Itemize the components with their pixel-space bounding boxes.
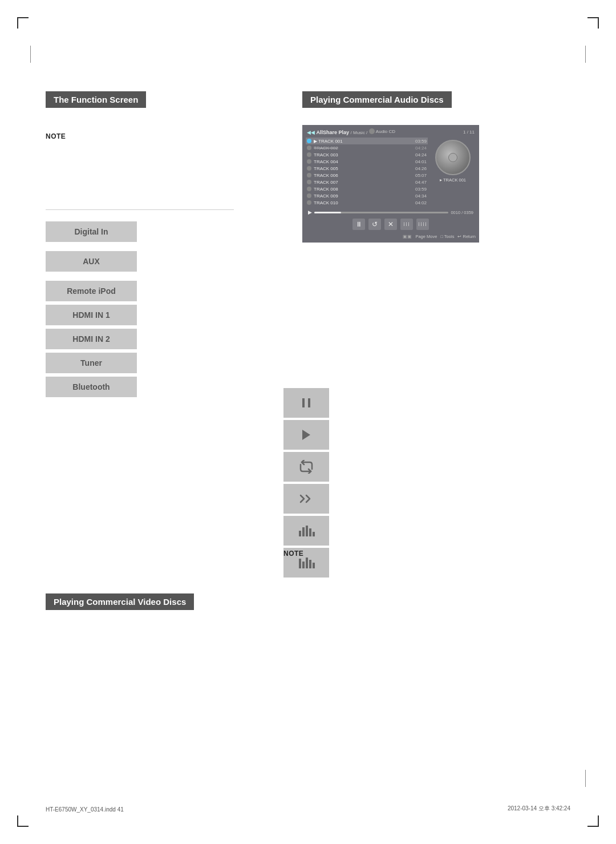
menu-item-bluetooth[interactable]: Bluetooth (46, 377, 137, 397)
track-dot (307, 173, 311, 177)
svg-rect-6 (309, 528, 311, 536)
progress-fill (314, 212, 341, 213)
track-row: TRACK 005 04:26 (306, 165, 428, 172)
function-menu: Digital In AUX Remote iPod HDMI IN 1 HDM… (46, 221, 234, 397)
video-discs-header: Playing Commercial Video Discs (46, 593, 194, 610)
allshare-footer: ▣▣ Page Move □ Tools ↩ Return (306, 233, 476, 239)
vline-left (30, 46, 31, 63)
track-dot (307, 166, 311, 171)
svg-rect-4 (302, 527, 305, 536)
footer-page-move: Page Move (415, 234, 437, 239)
progress-area: ▶ 0010 / 0359 (308, 209, 473, 215)
svg-rect-7 (313, 532, 315, 536)
control-buttons: ⏸ ↺ ✕ ⁞⁞⁞ ⁞⁞⁞⁞ (308, 217, 473, 232)
track-dot (307, 152, 311, 157)
track-row: ▶ TRACK 001 03:59 (306, 138, 428, 144)
track-dot (307, 139, 311, 143)
svg-rect-9 (302, 562, 305, 568)
playback-shuffle-icon (283, 484, 329, 514)
right-section-header: Playing Commercial Audio Discs (302, 91, 452, 108)
corner-mark-bl (17, 815, 29, 827)
playback-eq1-icon (283, 516, 329, 546)
disc-image (435, 140, 471, 175)
svg-rect-0 (302, 398, 305, 407)
svg-rect-1 (308, 398, 310, 407)
right-column: Playing Commercial Audio Discs ◀◀ AllSha… (302, 91, 559, 243)
allshare-logo: ◀◀ AllShare Play / Music / Audio CD (307, 128, 395, 135)
footer-return: ↩ Return (457, 234, 476, 239)
track-row: TRACK 002 04:24 (306, 144, 428, 151)
footer-tools: □ Tools (440, 234, 454, 239)
vline-right (585, 46, 586, 63)
footer-left: HT-E6750W_XY_0314.indd 41 (46, 806, 124, 813)
track-row: TRACK 010 04:02 (306, 199, 428, 206)
svg-marker-2 (302, 430, 310, 440)
ctrl-eq1[interactable]: ⁞⁞⁞ (400, 219, 413, 230)
menu-item-tuner[interactable]: Tuner (46, 353, 137, 373)
track-row: TRACK 006 05:07 (306, 172, 428, 179)
track-row: TRACK 007 04:47 (306, 179, 428, 185)
left-column: The Function Screen NOTE Digital In AUX … (46, 91, 234, 401)
left-section-header: The Function Screen (46, 91, 146, 108)
allshare-header: ◀◀ AllShare Play / Music / Audio CD 1 / … (306, 128, 476, 135)
playback-play-icon (283, 420, 329, 450)
allshare-body: ▶ TRACK 001 03:59 TRACK 002 04:24 TRACK … (306, 138, 476, 206)
video-discs-section: Playing Commercial Video Discs (46, 593, 194, 610)
play-icon-small: ▶ (308, 209, 312, 215)
svg-rect-5 (306, 526, 308, 536)
divider-line (46, 209, 234, 210)
ctrl-repeat[interactable]: ↺ (368, 219, 381, 230)
track-dot (307, 187, 311, 191)
svg-rect-11 (309, 560, 311, 568)
track-dot (307, 200, 311, 205)
time-display: 0010 / 0359 (451, 210, 473, 215)
playback-repeat-icon (283, 452, 329, 482)
ctrl-shuffle[interactable]: ✕ (384, 219, 397, 230)
menu-item-digital-in[interactable]: Digital In (46, 221, 137, 242)
menu-item-remote-ipod[interactable]: Remote iPod (46, 281, 137, 301)
footer-arrows: ▣▣ (403, 234, 412, 239)
track-row: TRACK 009 04:34 (306, 192, 428, 199)
svg-rect-3 (299, 531, 301, 536)
note-label-bottom: NOTE (283, 548, 303, 558)
playback-pause-icon (283, 388, 329, 418)
menu-item-aux[interactable]: AUX (46, 251, 137, 272)
disc-area: ▸ TRACK 001 (430, 138, 476, 206)
menu-item-hdmi1[interactable]: HDMI IN 1 (46, 305, 137, 325)
track-dot (307, 159, 311, 164)
track-dot (307, 146, 311, 150)
now-playing-label: ▸ TRACK 001 (440, 177, 466, 183)
svg-rect-8 (299, 559, 301, 568)
progress-bar (314, 212, 448, 213)
allshare-controls: ▶ 0010 / 0359 ⏸ ↺ ✕ ⁞⁞⁞ ⁞⁞⁞⁞ (306, 208, 476, 233)
corner-mark-tr (587, 17, 599, 29)
corner-mark-tl (17, 17, 29, 29)
footer-right: 2012-03-14 오후 3:42:24 (508, 805, 570, 813)
disc-center (448, 153, 457, 162)
track-row: TRACK 004 04:01 (306, 158, 428, 165)
menu-item-hdmi2[interactable]: HDMI IN 2 (46, 329, 137, 349)
track-row: TRACK 003 04:24 (306, 151, 428, 158)
note-label-top: NOTE (46, 132, 66, 140)
ctrl-pause[interactable]: ⏸ (352, 219, 365, 230)
corner-mark-br (587, 815, 599, 827)
svg-rect-12 (313, 563, 315, 568)
svg-rect-10 (306, 558, 308, 568)
track-dot (307, 180, 311, 184)
vline-bottom-right (585, 770, 586, 787)
track-row: TRACK 008 03:59 (306, 185, 428, 192)
ctrl-eq2[interactable]: ⁞⁞⁞⁞ (416, 219, 429, 230)
allshare-screen: ◀◀ AllShare Play / Music / Audio CD 1 / … (302, 125, 479, 243)
track-list: ▶ TRACK 001 03:59 TRACK 002 04:24 TRACK … (306, 138, 428, 206)
track-dot (307, 193, 311, 198)
